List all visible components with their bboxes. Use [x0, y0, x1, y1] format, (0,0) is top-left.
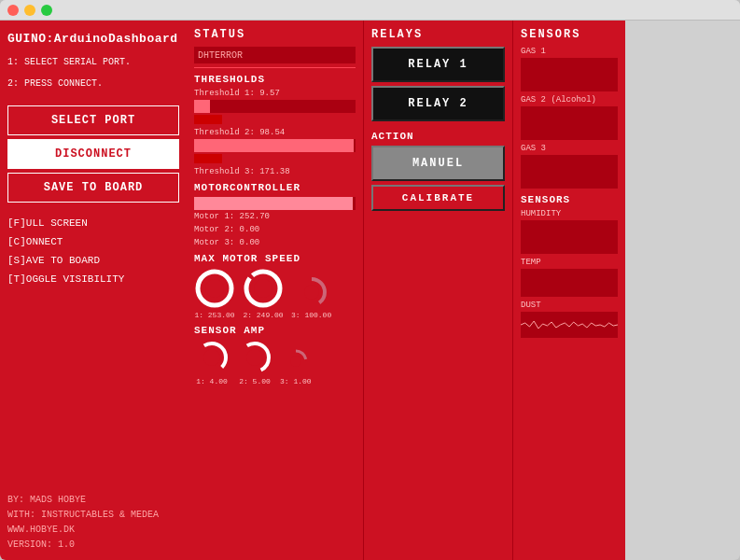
- title-bar: [0, 0, 740, 21]
- select-port-button[interactable]: SELECT PORT: [7, 105, 179, 135]
- disconnect-button[interactable]: DISCONNECT: [7, 139, 179, 169]
- sidebar: GUINO:ArduinoDashboard 1: SELECT SERIAL …: [0, 21, 187, 560]
- temp-box: [521, 269, 618, 297]
- motor1-label: Motor 1: 252.70: [194, 212, 356, 221]
- humidity-label: HUMIDITY: [521, 209, 618, 218]
- action-title: ACTION: [371, 131, 505, 142]
- menu-connect[interactable]: [C]ONNECT: [7, 234, 179, 249]
- humidity-box: [521, 220, 618, 254]
- threshold2-bar: [194, 139, 356, 152]
- svg-point-7: [203, 349, 220, 366]
- knob3-label: 3: 100.00: [291, 311, 331, 319]
- status-error-bar: DHTERROR: [194, 47, 356, 63]
- footer-with: WITH: INSTRUCTABLES & MEDEA: [7, 508, 179, 523]
- max-motor-title: MAX MOTOR SPEED: [194, 253, 356, 264]
- sknob2-label: 2: 5.00: [239, 377, 271, 385]
- gas2-box: [521, 106, 618, 140]
- threshold2-label: Threshold 2: 98.54: [194, 128, 356, 137]
- sidebar-footer: BY: MADS HOBYE WITH: INSTRUCTABLES & MED…: [7, 493, 179, 553]
- sensor-amp-knobs: 1: 4.00 2: 5.00: [194, 340, 356, 385]
- knob2-container: 2: 249.00: [243, 268, 284, 319]
- motor-title: MOTORCONTROLLER: [194, 182, 356, 193]
- thresholds-title: THRESHOLDS: [194, 74, 356, 85]
- sidebar-title: GUINO:ArduinoDashboard: [7, 28, 179, 49]
- save-to-board-button[interactable]: SAVE TO BOARD: [7, 173, 179, 203]
- temp-label: TEMP: [521, 258, 618, 267]
- gas1-label: GAS 1: [521, 47, 618, 56]
- close-button[interactable]: [7, 5, 19, 16]
- knob1-label: 1: 253.00: [194, 311, 234, 319]
- threshold2-small-bar: [194, 154, 222, 163]
- maximize-button[interactable]: [41, 5, 52, 16]
- relays-title: RELAYS: [371, 28, 505, 41]
- knob1[interactable]: [194, 268, 235, 309]
- dust-box: [521, 312, 618, 338]
- main-content: GUINO:ArduinoDashboard 1: SELECT SERIAL …: [0, 21, 740, 560]
- sidebar-info-line2: 2: PRESS CONNECT.: [7, 75, 179, 92]
- manuel-button[interactable]: MANUEL: [371, 146, 505, 181]
- gas1-box: [521, 58, 618, 91]
- sensor-knob1[interactable]: [194, 340, 230, 375]
- threshold1-small-bar: [194, 115, 222, 124]
- sensors2-title: SENSORS: [521, 194, 618, 205]
- gas2-label: GAS 2 (Alcohol): [521, 95, 618, 105]
- svg-point-5: [304, 285, 319, 300]
- max-motor-knobs: 1: 253.00 2: 249.00: [194, 268, 356, 319]
- sidebar-info-line1: 1: SELECT SERIAL PORT.: [7, 53, 179, 71]
- relays-panel: RELAYS RELAY 1 RELAY 2 ACTION MANUEL CAL…: [364, 21, 513, 560]
- sensor-amp-title: SENSOR AMP: [194, 325, 356, 336]
- sknob2-container: 2: 5.00: [237, 340, 272, 385]
- status-panel: STATUS DHTERROR THRESHOLDS Threshold 1: …: [187, 21, 364, 560]
- window: GUINO:ArduinoDashboard 1: SELECT SERIAL …: [0, 0, 740, 560]
- footer-version: VERSION: 1.0: [7, 538, 179, 553]
- threshold3-label: Threshold 3: 171.38: [194, 167, 356, 176]
- motor1-bar: [194, 197, 356, 210]
- menu-fullscreen[interactable]: [F]ULL SCREEN: [7, 216, 179, 231]
- relay1-button[interactable]: RELAY 1: [371, 47, 505, 82]
- sknob3-container: 3: 1.00: [280, 347, 312, 385]
- footer-by: BY: MADS HOBYE: [7, 493, 179, 508]
- svg-point-3: [254, 279, 272, 298]
- knob2[interactable]: [243, 268, 284, 309]
- sknob1-container: 1: 4.00: [194, 340, 230, 385]
- status-error-text: DHTERROR: [198, 50, 243, 61]
- knob3[interactable]: [295, 275, 328, 309]
- sensor-knob2[interactable]: [237, 340, 272, 375]
- relay2-button[interactable]: RELAY 2: [371, 86, 505, 121]
- svg-point-11: [290, 356, 301, 367]
- sensors-panel: SENSORS GAS 1 GAS 2 (Alcohol) GAS 3 SENS…: [513, 21, 625, 560]
- svg-point-1: [205, 279, 224, 298]
- minimize-button[interactable]: [24, 5, 35, 16]
- sensor-knob3[interactable]: [282, 347, 310, 375]
- footer-www: WWW.HOBYE.DK: [7, 523, 179, 538]
- knob2-label: 2: 249.00: [243, 311, 283, 319]
- calibrate-button[interactable]: CALIBRATE: [371, 185, 505, 211]
- sensors-title: SENSORS: [521, 28, 618, 41]
- knob3-container: 3: 100.00: [291, 275, 331, 319]
- dust-label: DUST: [521, 301, 618, 310]
- status-title: STATUS: [194, 28, 356, 41]
- sknob3-label: 3: 1.00: [280, 377, 312, 385]
- threshold1-label: Threshold 1: 9.57: [194, 89, 356, 98]
- gas3-label: GAS 3: [521, 144, 618, 153]
- motor3-label: Motor 3: 0.00: [194, 238, 356, 247]
- gas3-box: [521, 155, 618, 189]
- motor2-label: Motor 2: 0.00: [194, 225, 356, 234]
- menu-save-to-board[interactable]: [S]AVE TO BOARD: [7, 253, 179, 268]
- menu-toggle-visibility[interactable]: [T]OGGLE VISIBILITY: [7, 272, 179, 287]
- knob1-container: 1: 253.00: [194, 268, 235, 319]
- sknob1-label: 1: 4.00: [196, 377, 228, 385]
- svg-point-9: [246, 349, 263, 366]
- threshold1-bar: [194, 100, 356, 113]
